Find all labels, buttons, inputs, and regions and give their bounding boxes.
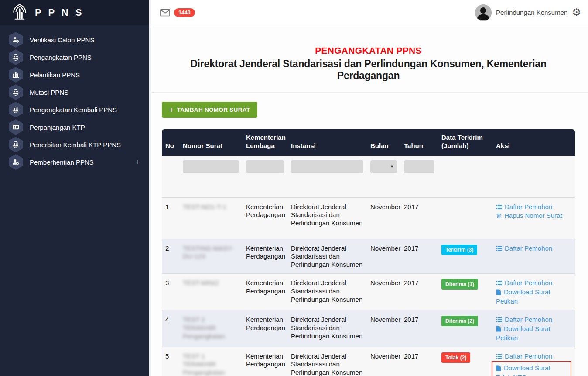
sidebar-item-penerbitan-kembali-ktp-ppns[interactable]: Penerbitan Kembali KTP PPNS: [0, 136, 149, 153]
tahun-value: 2017: [404, 203, 418, 210]
cell-no: 1: [162, 197, 179, 239]
action-link[interactable]: Daftar Pemohon: [505, 245, 552, 252]
column-header: Kementerian Lembaga: [243, 129, 287, 156]
kementerian-lembaga-value: Kementerian Perdagangan: [246, 203, 285, 219]
envelope-icon[interactable]: [160, 9, 170, 17]
sidebar: P P N S Verifikasi Calon PPNSPengangkata…: [0, 0, 149, 376]
id-card-icon: [9, 119, 23, 135]
tahun-value: 2017: [404, 352, 418, 360]
instansi-filter-input[interactable]: [291, 160, 363, 173]
cell-nomor-surat: TEST 1 TERAKHIR Pengangkatan: [179, 347, 243, 376]
column-header: Instansi: [287, 129, 367, 156]
cell-nomor-surat: TEST-NO1-T-1: [179, 197, 243, 239]
action-link[interactable]: Daftar Pemohon: [505, 279, 552, 286]
action-link[interactable]: Download Surat Tolak NTO Pengangkatan: [496, 364, 550, 376]
instansi-value: Direktorat Jenderal Standarisasi dan Per…: [291, 203, 362, 227]
sidebar-item-label: Pengangkatan Kembali PPNS: [30, 106, 117, 114]
sidebar-item-label: Pelantikan PPNS: [30, 71, 80, 79]
brand[interactable]: P P N S: [0, 0, 149, 25]
sidebar-item-pengangkatan-kembali-ppns[interactable]: Pengangkatan Kembali PPNS: [0, 101, 149, 118]
page-subtitle: Direktorat Jenderal Standarisasi dan Per…: [162, 58, 575, 82]
cell-tahun: 2017: [400, 197, 438, 239]
mail-notifications[interactable]: 1440: [160, 8, 195, 17]
nomor-surat-value: TESTING-MASY-DU-123: [183, 245, 233, 260]
cell-nomor-surat: TESTING-MASY-DU-123: [179, 239, 243, 274]
cell-data-terkirim: [438, 197, 492, 239]
sidebar-item-mutasi-ppns[interactable]: Mutasi PPNS: [0, 83, 149, 101]
user-name: Perlindungan Konsumen: [496, 9, 567, 16]
podium-icon: [9, 67, 23, 83]
action-link[interactable]: Daftar Pemohon: [505, 352, 552, 360]
sidebar-item-perpanjangan-ktp[interactable]: Perpanjangan KTP: [0, 118, 149, 136]
sidebar-item-verifikasi-calon-ppns[interactable]: Verifikasi Calon PPNS: [0, 31, 149, 48]
filter-empty-no: [162, 156, 179, 197]
cell-data-terkirim: Diterima (2): [438, 310, 492, 347]
cell-bulan: November: [367, 197, 400, 239]
nomor-surat-filter-input[interactable]: [183, 160, 239, 173]
instansi-value: Direktorat Jenderal Standarisasi dan Per…: [291, 352, 362, 376]
status-badge: Terkirim (3): [441, 245, 477, 255]
avatar[interactable]: [475, 4, 492, 21]
column-header: Bulan: [367, 129, 400, 156]
tahun-value: 2017: [404, 245, 418, 252]
list-icon: [496, 317, 502, 325]
cell-bulan: November: [367, 310, 400, 347]
nomor-surat-value: TEST-NO1-T-1: [183, 203, 226, 210]
topbar: 1440 Perlindungan Konsumen ⚙: [151, 0, 588, 25]
nomor-surat-value: TEST 2 TERAKHIR Pengangkatan: [183, 316, 225, 340]
action-file-line: Download Surat Petikan: [496, 325, 571, 342]
sidebar-item-label: Pengangkatan PPNS: [30, 54, 92, 61]
tambah-nomor-surat-button[interactable]: + TAMBAH NOMOR SURAT: [162, 102, 257, 118]
filter-row: ▼: [162, 156, 575, 197]
sidebar-item-pelantikan-ppns[interactable]: Pelantikan PPNS: [0, 66, 149, 83]
action-link[interactable]: Hapus Nomor Surat: [504, 212, 562, 219]
action-trash-line: Hapus Nomor Surat: [496, 212, 571, 221]
expand-plus-icon[interactable]: +: [136, 158, 140, 166]
kementerian-filter-input[interactable]: [246, 160, 284, 173]
action-row: Daftar Pemohon: [496, 316, 571, 325]
tahun-filter-input[interactable]: [404, 160, 434, 173]
filter-empty-data: [438, 156, 492, 197]
people-sync-icon: [9, 49, 23, 65]
sidebar-item-label: Mutasi PPNS: [30, 89, 68, 96]
user-menu: Perlindungan Konsumen ⚙: [475, 4, 581, 21]
action-link[interactable]: Download Surat Petikan: [496, 288, 550, 305]
action-link[interactable]: Download Surat Petikan: [496, 325, 550, 342]
kementerian-lembaga-value: Kementerian Perdagangan: [246, 279, 285, 295]
action-link[interactable]: Daftar Pemohon: [505, 203, 552, 210]
gear-icon[interactable]: ⚙: [572, 7, 581, 17]
page-title: PENGANGKATAN PPNS: [162, 45, 575, 56]
cell-kementerian-lembaga: Kementerian Perdagangan: [243, 197, 287, 239]
bulan-value: November: [370, 203, 400, 210]
bulan-value: November: [370, 245, 400, 252]
nomor-surat-value: TEST-MINI2: [183, 279, 219, 286]
column-header: No: [162, 129, 179, 156]
cell-aksi: Daftar PemohonDownload Surat Petikan: [492, 310, 575, 347]
page-content: PENGANGKATAN PPNS Direktorat Jenderal St…: [151, 25, 588, 376]
column-header: Tahun: [400, 129, 438, 156]
sidebar-item-label: Perpanjangan KTP: [30, 124, 85, 131]
select-caret-icon: ▼: [390, 164, 394, 169]
status-badge: Diterima (1): [441, 279, 478, 290]
column-header: Data Terkirim (Jumlah): [438, 129, 492, 156]
cell-no: 3: [162, 273, 179, 310]
brand-title: P P N S: [35, 7, 84, 18]
sidebar-item-pemberhentian-ppns[interactable]: Pemberhentian PPNS+: [0, 153, 149, 171]
cell-tahun: 2017: [400, 347, 438, 376]
action-list-line: Daftar Pemohon: [496, 203, 571, 212]
list-icon: [496, 204, 502, 212]
action-list-line: Daftar Pemohon: [496, 279, 571, 288]
status-badge: Diterima (2): [441, 316, 478, 326]
action-link[interactable]: Daftar Pemohon: [505, 316, 552, 323]
table-row: 3TEST-MINI2Kementerian PerdaganganDirekt…: [162, 273, 575, 310]
instansi-value: Direktorat Jenderal Standarisasi dan Per…: [291, 245, 362, 269]
row-number: 4: [165, 316, 169, 323]
table-row: 1TEST-NO1-T-1Kementerian PerdaganganDire…: [162, 197, 575, 239]
sidebar-item-pengangkatan-ppns[interactable]: Pengangkatan PPNS: [0, 48, 149, 66]
person-check-icon: [9, 154, 23, 170]
mail-count-badge[interactable]: 1440: [174, 8, 195, 17]
cell-no: 4: [162, 310, 179, 347]
bulan-filter-select[interactable]: ▼: [370, 160, 397, 173]
file-icon: [496, 289, 501, 297]
ppns-logo-icon: [10, 3, 29, 23]
